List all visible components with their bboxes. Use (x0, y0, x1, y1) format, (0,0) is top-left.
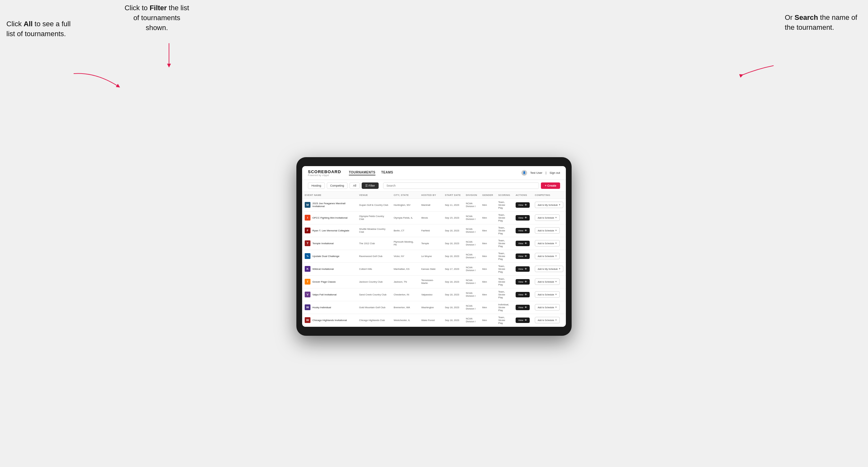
cell-city-state: Berlin, CT (391, 224, 418, 237)
cell-hosted-by: Kansas State (418, 262, 442, 275)
add-to-schedule-button[interactable]: Add to Schedule + (535, 214, 560, 221)
nav-tabs: TOURNAMENTS TEAMS (349, 170, 521, 176)
team-logo: W (305, 304, 310, 310)
cell-hosted-by: Fairfield (418, 224, 442, 237)
eye-icon: 👁 (525, 242, 527, 245)
cell-competing: Add to Schedule + (532, 288, 566, 301)
cell-scoring: Team,Stroke Play (496, 198, 513, 211)
table-row: T Temple Invitational The 1912 Club Plym… (302, 237, 566, 250)
col-venue: VENUE (356, 192, 391, 199)
table-row: M 2023 Joe Feaganes Marshall Invitationa… (302, 198, 566, 211)
cell-event-name: W Husky Individual (302, 301, 356, 314)
event-title: 2023 Joe Feaganes Marshall Invitational (312, 202, 354, 208)
nav-tab-teams[interactable]: TEAMS (381, 170, 393, 176)
pipe-divider: | (546, 171, 546, 175)
search-input[interactable] (383, 182, 539, 189)
cell-actions: View 👁 (513, 237, 532, 250)
cell-scoring: Team,Stroke Play (496, 211, 513, 224)
cell-hosted-by: Illinois (418, 211, 442, 224)
cell-actions: View 👁 (513, 224, 532, 237)
event-title: Temple Invitational (312, 242, 334, 245)
view-button[interactable]: View 👁 (516, 215, 530, 221)
view-button[interactable]: View 👁 (516, 266, 530, 272)
cell-actions: View 👁 (513, 211, 532, 224)
arrow-filter-svg (159, 41, 179, 67)
view-button[interactable]: View 👁 (516, 228, 530, 234)
cell-division: NCAADivision I (463, 275, 480, 288)
col-city-state: CITY, STATE (391, 192, 418, 199)
team-logo: W (305, 317, 310, 323)
cell-competing: Add to My Schedule + (532, 262, 566, 275)
add-to-schedule-button[interactable]: Add to Schedule + (535, 291, 560, 298)
competing-button[interactable]: Competing (327, 182, 348, 189)
view-button[interactable]: View 👁 (516, 279, 530, 285)
add-to-schedule-button[interactable]: Add to Schedule + (535, 240, 560, 246)
cell-scoring: Team,Stroke Play (496, 250, 513, 262)
filter-button[interactable]: ☰ Filter (362, 182, 379, 189)
table-row: I OFCC Fighting Illini Invitational Olym… (302, 211, 566, 224)
cell-division: NCAADivision I (463, 198, 480, 211)
plus-icon: + (559, 203, 560, 207)
view-button[interactable]: View 👁 (516, 253, 530, 259)
view-button[interactable]: View 👁 (516, 292, 530, 298)
cell-division: NCAADivision I (463, 288, 480, 301)
cell-city-state: Chesterton, IN (391, 288, 418, 301)
signout-link[interactable]: Sign out (550, 171, 560, 175)
view-button[interactable]: View 👁 (516, 305, 530, 310)
cell-actions: View 👁 (513, 288, 532, 301)
eye-icon: 👁 (525, 319, 527, 322)
team-logo: ∿ (305, 253, 310, 259)
cell-start-date: Sep 18, 2023 (442, 275, 463, 288)
add-to-schedule-button[interactable]: Add to My Schedule + (535, 201, 563, 208)
event-title: OFCC Fighting Illini Invitational (312, 216, 348, 219)
cell-venue: Ravenwood Golf Club (356, 250, 391, 262)
cell-division: NCAADivision I (463, 237, 480, 250)
event-title: Valpo Fall Invitational (312, 293, 336, 296)
cell-gender: Men (480, 211, 496, 224)
logo-sub: Powered by clippd (308, 174, 341, 176)
cell-city-state: Plymouth Meeting, PA (391, 237, 418, 250)
cell-venue: Jackson Country Club (356, 275, 391, 288)
cell-start-date: Sep 15, 2023 (442, 211, 463, 224)
cell-hosted-by: Washington (418, 301, 442, 314)
add-to-schedule-button[interactable]: Add to My Schedule + (535, 266, 563, 272)
cell-division: NCAADivision I (463, 262, 480, 275)
add-to-schedule-button[interactable]: Add to Schedule + (535, 253, 560, 259)
create-button[interactable]: + Create (541, 182, 560, 189)
cell-scoring: Team,Stroke Play (496, 237, 513, 250)
add-to-schedule-button[interactable]: Add to Schedule + (535, 317, 560, 323)
cell-scoring: Team,Stroke Play (496, 275, 513, 288)
add-to-schedule-button[interactable]: Add to Schedule + (535, 227, 560, 234)
eye-icon: 👁 (525, 229, 527, 232)
app-header: SCOREBOARD Powered by clippd TOURNAMENTS… (302, 166, 566, 180)
view-button[interactable]: View 👁 (516, 241, 530, 246)
add-schedule-label: Add to Schedule (538, 217, 554, 219)
nav-tab-tournaments[interactable]: TOURNAMENTS (349, 170, 375, 176)
cell-gender: Men (480, 275, 496, 288)
col-division: DIVISION (463, 192, 480, 199)
add-to-schedule-button[interactable]: Add to Schedule + (535, 304, 560, 310)
cell-scoring: Team,Stroke Play (496, 262, 513, 275)
team-logo: T (305, 240, 310, 246)
eye-icon: 👁 (525, 255, 527, 258)
add-schedule-label: Add to Schedule (538, 242, 554, 245)
table-container: EVENT NAME VENUE CITY, STATE HOSTED BY S… (302, 192, 566, 327)
cell-gender: Men (480, 288, 496, 301)
cell-gender: Men (480, 314, 496, 326)
cell-event-name: V Valpo Fall Invitational (302, 288, 356, 301)
cell-competing: Add to Schedule + (532, 275, 566, 288)
cell-start-date: Sep 18, 2023 (442, 314, 463, 326)
add-schedule-label: Add to Schedule (538, 255, 554, 257)
all-button[interactable]: All (349, 182, 360, 189)
cell-gender: Men (480, 224, 496, 237)
cell-actions: View 👁 (513, 314, 532, 326)
cell-scoring: Team,Stroke Play (496, 314, 513, 326)
event-title: Chicago Highlands Invitational (312, 319, 347, 322)
add-to-schedule-button[interactable]: Add to Schedule + (535, 278, 560, 285)
view-button[interactable]: View 👁 (516, 202, 530, 208)
view-button[interactable]: View 👁 (516, 317, 530, 323)
col-actions: ACTIONS (513, 192, 532, 199)
event-title: Grover Page Classic (312, 280, 336, 283)
hosting-button[interactable]: Hosting (308, 182, 325, 189)
view-label: View (518, 280, 523, 283)
